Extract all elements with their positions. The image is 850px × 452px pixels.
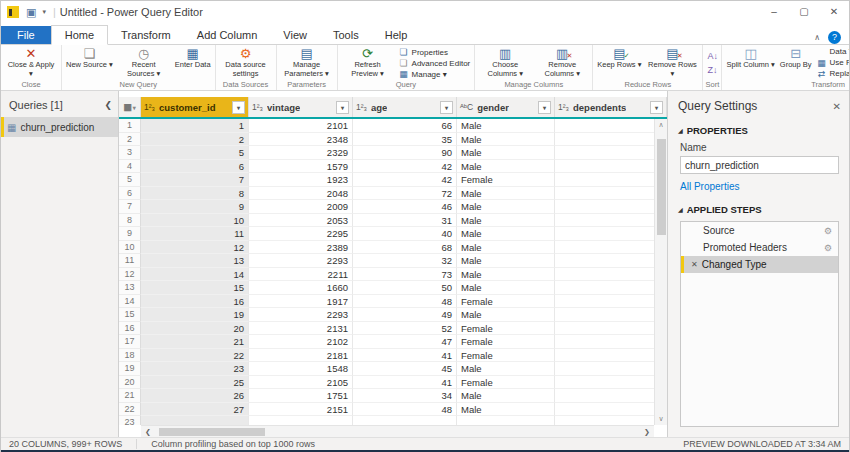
cell-vintage[interactable]: 2295 [249,227,353,241]
cell-age[interactable]: 31 [353,214,457,228]
cell-vintage[interactable]: 2131 [249,322,353,336]
cell-age[interactable] [353,416,457,425]
cell-dependents[interactable] [555,335,667,349]
cell-age[interactable]: 35 [353,133,457,147]
cell-gender[interactable]: Male [457,268,555,282]
row-number[interactable]: 1 [119,119,141,133]
cell-vintage[interactable]: 2348 [249,133,353,147]
row-number[interactable]: 11 [119,254,141,268]
keep-rows-button[interactable]: ▤✓Keep Rows ▾ [595,46,643,80]
row-number[interactable]: 6 [119,187,141,201]
cell-gender[interactable]: Male [457,187,555,201]
remove-rows-button[interactable]: ▤✕Remove Rows ▾ [644,46,700,80]
cell-age[interactable]: 90 [353,146,457,160]
row-number[interactable]: 7 [119,200,141,214]
cell-dependents[interactable] [555,146,667,160]
cell-vintage[interactable]: 2293 [249,308,353,322]
cell-gender[interactable]: Male [457,241,555,255]
step-settings-icon[interactable]: ⚙ [824,226,832,236]
cell-gender[interactable]: Male [457,146,555,160]
cell-age[interactable]: 42 [353,173,457,187]
cell-age[interactable]: 42 [353,160,457,174]
cell-dependents[interactable] [555,160,667,174]
cell-gender[interactable]: Female [457,173,555,187]
cell-customer-id[interactable]: 14 [141,268,249,282]
cell-dependents[interactable] [555,200,667,214]
cell-vintage[interactable]: 2009 [249,200,353,214]
cell-gender[interactable]: Female [457,295,555,309]
applied-steps-section-header[interactable]: ◢ APPLIED STEPS [668,198,849,219]
cell-customer-id[interactable]: 20 [141,322,249,336]
refresh-preview-button[interactable]: ⟳Refresh Preview ▾ [340,46,396,80]
query-name-input[interactable] [680,156,839,174]
cell-dependents[interactable] [555,308,667,322]
row-number[interactable]: 8 [119,214,141,228]
query-item-churn-prediction[interactable]: ▦churn_prediction [1,117,118,137]
use-first-row-as-headers-button[interactable]: ▦Use First Row as Headers ▾ [815,58,849,68]
cell-gender[interactable]: Male [457,133,555,147]
cell-dependents[interactable] [555,362,667,376]
row-number[interactable]: 15 [119,308,141,322]
cell-gender[interactable]: Female [457,376,555,390]
cell-vintage[interactable]: 1548 [249,362,353,376]
cell-dependents[interactable] [555,281,667,295]
data-type-button[interactable]: Data Type: Whole Number ▾ [815,47,849,56]
maximize-button[interactable]: ▢ [789,1,819,23]
cell-age[interactable]: 41 [353,349,457,363]
column-header-age[interactable]: 1²₃age▾ [353,97,457,117]
cell-vintage[interactable]: 2053 [249,214,353,228]
cell-vintage[interactable]: 2101 [249,119,353,133]
split-column-button[interactable]: ◫Split Column ▾ [724,46,776,80]
cell-age[interactable]: 45 [353,362,457,376]
cell-gender[interactable]: Male [457,362,555,376]
row-number[interactable]: 16 [119,322,141,336]
manage-button[interactable]: ▦Manage ▾ [397,69,473,79]
column-filter-button[interactable]: ▾ [232,101,245,114]
cell-gender[interactable]: Female [457,349,555,363]
cell-age[interactable]: 50 [353,281,457,295]
cell-gender[interactable]: Male [457,308,555,322]
cell-customer-id[interactable]: 6 [141,160,249,174]
cell-gender[interactable]: Female [457,322,555,336]
cell-customer-id[interactable]: 12 [141,241,249,255]
cell-vintage[interactable]: 2181 [249,349,353,363]
cell-vintage[interactable]: 1917 [249,295,353,309]
vertical-scroll-thumb[interactable] [657,139,666,235]
horizontal-scrollbar[interactable]: ❮ ❯ [141,425,654,437]
cell-dependents[interactable] [555,295,667,309]
row-number[interactable]: 18 [119,349,141,363]
cell-age[interactable]: 72 [353,187,457,201]
cell-dependents[interactable] [555,349,667,363]
vertical-scrollbar[interactable]: ∧ ∨ [654,119,667,425]
scroll-down-icon[interactable]: ∨ [658,413,663,425]
cell-gender[interactable]: Male [457,403,555,417]
cell-customer-id[interactable]: 13 [141,254,249,268]
delete-step-icon[interactable]: ✕ [691,260,698,269]
replace-values-button[interactable]: ⇄Replace Values [815,69,849,79]
cell-vintage[interactable]: 1923 [249,173,353,187]
collapse-queries-pane-icon[interactable]: ❮ [104,100,112,110]
cell-gender[interactable]: Male [457,160,555,174]
cell-age[interactable]: 73 [353,268,457,282]
column-header-customer-id[interactable]: 1²₃customer_id▾ [141,97,249,117]
cell-age[interactable]: 52 [353,322,457,336]
tab-help[interactable]: Help [372,26,421,44]
cell-age[interactable]: 48 [353,295,457,309]
tab-file[interactable]: File [1,26,51,44]
help-icon[interactable]: ? [828,31,841,44]
scroll-up-icon[interactable]: ∧ [658,119,663,131]
row-number[interactable]: 5 [119,173,141,187]
applied-step-changed-type[interactable]: ✕Changed Type [681,256,838,273]
cell-age[interactable]: 46 [353,200,457,214]
cell-gender[interactable]: Female [457,335,555,349]
cell-customer-id[interactable]: 11 [141,227,249,241]
column-filter-button[interactable]: ▾ [650,101,663,114]
properties-button[interactable]: ❏Properties [397,47,473,57]
cell-age[interactable]: 68 [353,241,457,255]
cell-customer-id[interactable] [141,416,249,425]
save-icon[interactable]: ▣ [26,6,36,19]
cell-vintage[interactable]: 1751 [249,389,353,403]
row-number[interactable]: 22 [119,403,141,417]
cell-vintage[interactable] [249,416,353,425]
cell-dependents[interactable] [555,241,667,255]
